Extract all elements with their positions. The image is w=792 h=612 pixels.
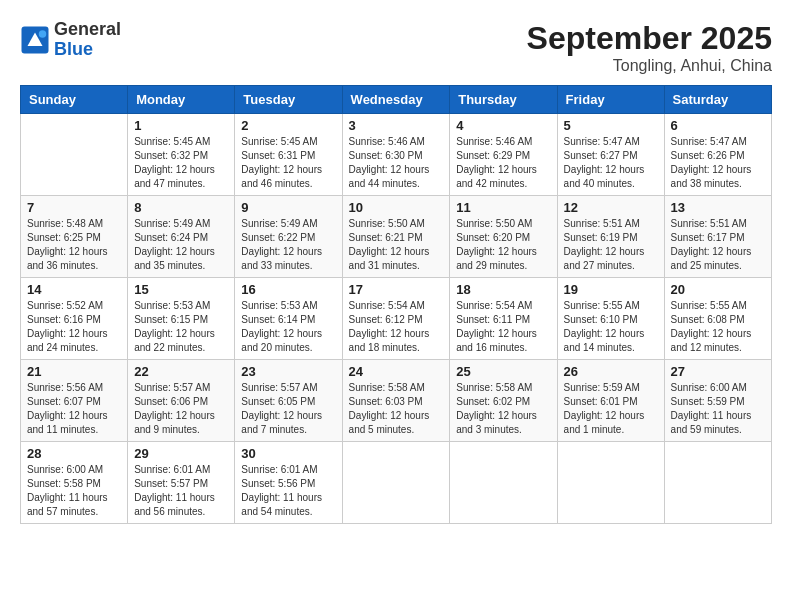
day-number: 18 [456,282,550,297]
day-info: Sunrise: 5:51 AM Sunset: 6:19 PM Dayligh… [564,217,658,273]
day-info: Sunrise: 5:52 AM Sunset: 6:16 PM Dayligh… [27,299,121,355]
day-info: Sunrise: 5:51 AM Sunset: 6:17 PM Dayligh… [671,217,765,273]
day-info: Sunrise: 5:50 AM Sunset: 6:20 PM Dayligh… [456,217,550,273]
day-info: Sunrise: 5:47 AM Sunset: 6:27 PM Dayligh… [564,135,658,191]
weekday-header-saturday: Saturday [664,86,771,114]
calendar-cell [557,442,664,524]
day-number: 5 [564,118,658,133]
day-number: 23 [241,364,335,379]
day-info: Sunrise: 5:54 AM Sunset: 6:12 PM Dayligh… [349,299,444,355]
weekday-header-wednesday: Wednesday [342,86,450,114]
calendar-cell: 4Sunrise: 5:46 AM Sunset: 6:29 PM Daylig… [450,114,557,196]
day-info: Sunrise: 5:56 AM Sunset: 6:07 PM Dayligh… [27,381,121,437]
calendar-cell: 29Sunrise: 6:01 AM Sunset: 5:57 PM Dayli… [128,442,235,524]
calendar-cell: 21Sunrise: 5:56 AM Sunset: 6:07 PM Dayli… [21,360,128,442]
logo-text: General Blue [54,20,121,60]
day-info: Sunrise: 5:47 AM Sunset: 6:26 PM Dayligh… [671,135,765,191]
calendar-cell: 8Sunrise: 5:49 AM Sunset: 6:24 PM Daylig… [128,196,235,278]
calendar-cell [664,442,771,524]
weekday-header-thursday: Thursday [450,86,557,114]
day-number: 11 [456,200,550,215]
calendar-cell: 15Sunrise: 5:53 AM Sunset: 6:15 PM Dayli… [128,278,235,360]
calendar-cell: 30Sunrise: 6:01 AM Sunset: 5:56 PM Dayli… [235,442,342,524]
day-number: 9 [241,200,335,215]
day-info: Sunrise: 5:55 AM Sunset: 6:10 PM Dayligh… [564,299,658,355]
title-block: September 2025 Tongling, Anhui, China [527,20,772,75]
day-info: Sunrise: 5:59 AM Sunset: 6:01 PM Dayligh… [564,381,658,437]
logo: General Blue [20,20,121,60]
weekday-header-sunday: Sunday [21,86,128,114]
calendar-cell: 12Sunrise: 5:51 AM Sunset: 6:19 PM Dayli… [557,196,664,278]
day-number: 12 [564,200,658,215]
day-info: Sunrise: 5:45 AM Sunset: 6:31 PM Dayligh… [241,135,335,191]
calendar-cell: 13Sunrise: 5:51 AM Sunset: 6:17 PM Dayli… [664,196,771,278]
calendar-cell: 26Sunrise: 5:59 AM Sunset: 6:01 PM Dayli… [557,360,664,442]
calendar-cell: 20Sunrise: 5:55 AM Sunset: 6:08 PM Dayli… [664,278,771,360]
calendar-week-row: 7Sunrise: 5:48 AM Sunset: 6:25 PM Daylig… [21,196,772,278]
calendar-cell: 3Sunrise: 5:46 AM Sunset: 6:30 PM Daylig… [342,114,450,196]
day-number: 7 [27,200,121,215]
day-info: Sunrise: 5:49 AM Sunset: 6:24 PM Dayligh… [134,217,228,273]
svg-point-2 [39,30,47,38]
calendar-cell: 14Sunrise: 5:52 AM Sunset: 6:16 PM Dayli… [21,278,128,360]
day-number: 26 [564,364,658,379]
day-number: 30 [241,446,335,461]
day-info: Sunrise: 5:57 AM Sunset: 6:05 PM Dayligh… [241,381,335,437]
calendar-cell: 1Sunrise: 5:45 AM Sunset: 6:32 PM Daylig… [128,114,235,196]
day-number: 4 [456,118,550,133]
calendar-cell: 7Sunrise: 5:48 AM Sunset: 6:25 PM Daylig… [21,196,128,278]
day-info: Sunrise: 6:00 AM Sunset: 5:58 PM Dayligh… [27,463,121,519]
day-info: Sunrise: 5:48 AM Sunset: 6:25 PM Dayligh… [27,217,121,273]
calendar-cell: 19Sunrise: 5:55 AM Sunset: 6:10 PM Dayli… [557,278,664,360]
calendar-week-row: 28Sunrise: 6:00 AM Sunset: 5:58 PM Dayli… [21,442,772,524]
weekday-header-tuesday: Tuesday [235,86,342,114]
logo-line1: General [54,20,121,40]
day-number: 14 [27,282,121,297]
day-info: Sunrise: 5:58 AM Sunset: 6:03 PM Dayligh… [349,381,444,437]
calendar-cell: 6Sunrise: 5:47 AM Sunset: 6:26 PM Daylig… [664,114,771,196]
day-info: Sunrise: 5:49 AM Sunset: 6:22 PM Dayligh… [241,217,335,273]
day-number: 16 [241,282,335,297]
day-info: Sunrise: 5:54 AM Sunset: 6:11 PM Dayligh… [456,299,550,355]
calendar-cell [342,442,450,524]
day-number: 8 [134,200,228,215]
day-info: Sunrise: 5:53 AM Sunset: 6:15 PM Dayligh… [134,299,228,355]
day-number: 15 [134,282,228,297]
calendar-week-row: 1Sunrise: 5:45 AM Sunset: 6:32 PM Daylig… [21,114,772,196]
calendar-cell: 11Sunrise: 5:50 AM Sunset: 6:20 PM Dayli… [450,196,557,278]
calendar-cell: 28Sunrise: 6:00 AM Sunset: 5:58 PM Dayli… [21,442,128,524]
day-number: 25 [456,364,550,379]
logo-icon [20,25,50,55]
day-number: 13 [671,200,765,215]
month-title: September 2025 [527,20,772,57]
day-info: Sunrise: 5:53 AM Sunset: 6:14 PM Dayligh… [241,299,335,355]
day-number: 28 [27,446,121,461]
calendar-week-row: 21Sunrise: 5:56 AM Sunset: 6:07 PM Dayli… [21,360,772,442]
day-number: 17 [349,282,444,297]
day-info: Sunrise: 5:45 AM Sunset: 6:32 PM Dayligh… [134,135,228,191]
calendar-cell: 16Sunrise: 5:53 AM Sunset: 6:14 PM Dayli… [235,278,342,360]
calendar-cell: 5Sunrise: 5:47 AM Sunset: 6:27 PM Daylig… [557,114,664,196]
day-info: Sunrise: 5:46 AM Sunset: 6:29 PM Dayligh… [456,135,550,191]
logo-line2: Blue [54,40,121,60]
location: Tongling, Anhui, China [527,57,772,75]
day-number: 3 [349,118,444,133]
day-info: Sunrise: 5:58 AM Sunset: 6:02 PM Dayligh… [456,381,550,437]
day-number: 2 [241,118,335,133]
day-number: 19 [564,282,658,297]
weekday-header-monday: Monday [128,86,235,114]
calendar-week-row: 14Sunrise: 5:52 AM Sunset: 6:16 PM Dayli… [21,278,772,360]
day-number: 21 [27,364,121,379]
calendar-cell: 10Sunrise: 5:50 AM Sunset: 6:21 PM Dayli… [342,196,450,278]
weekday-header-friday: Friday [557,86,664,114]
calendar-cell: 17Sunrise: 5:54 AM Sunset: 6:12 PM Dayli… [342,278,450,360]
day-number: 1 [134,118,228,133]
day-info: Sunrise: 5:55 AM Sunset: 6:08 PM Dayligh… [671,299,765,355]
calendar-cell: 2Sunrise: 5:45 AM Sunset: 6:31 PM Daylig… [235,114,342,196]
day-info: Sunrise: 6:00 AM Sunset: 5:59 PM Dayligh… [671,381,765,437]
day-info: Sunrise: 6:01 AM Sunset: 5:56 PM Dayligh… [241,463,335,519]
calendar-cell: 24Sunrise: 5:58 AM Sunset: 6:03 PM Dayli… [342,360,450,442]
page-header: General Blue September 2025 Tongling, An… [20,20,772,75]
day-number: 10 [349,200,444,215]
day-info: Sunrise: 6:01 AM Sunset: 5:57 PM Dayligh… [134,463,228,519]
